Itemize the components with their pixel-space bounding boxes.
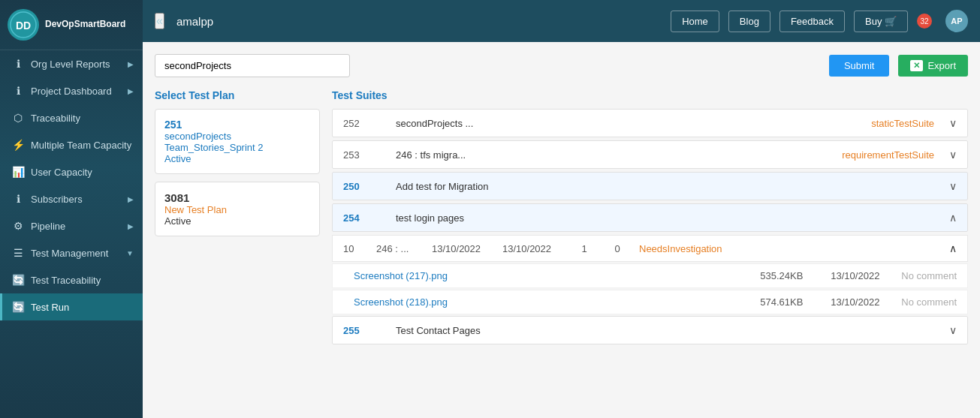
chevron-down-icon: ▼ xyxy=(126,249,134,257)
sidebar-item-label9: Test Traceability xyxy=(31,275,134,286)
topbar: « amalpp Home Blog Feedback Buy 🛒 32 AP xyxy=(143,0,980,42)
plan-id-1: 251 xyxy=(164,119,310,131)
test-plan-card-1[interactable]: 251 secondProjects Team_Stories_Sprint 2… xyxy=(155,109,320,174)
sidebar-item-label6: Subscribers xyxy=(31,194,122,205)
chevron-right-icon3: ▶ xyxy=(128,195,134,203)
attachment-size-2: 574.61KB xyxy=(760,296,820,308)
suite-row-250[interactable]: 250 Add test for Migration ∨ xyxy=(332,172,968,200)
suite-name-250: Add test for Migration xyxy=(396,181,919,192)
suite-row-253[interactable]: 253 246 : tfs migra... requirementTestSu… xyxy=(332,140,968,169)
sidebar-item-multiple-team-capacity[interactable]: ⚡ Multiple Team Capacity xyxy=(0,131,143,158)
plan-name-2: New Test Plan xyxy=(164,204,310,215)
chevron-icon-252[interactable]: ∨ xyxy=(949,117,957,129)
subscribers-icon: ℹ xyxy=(11,193,25,205)
chevron-right-icon2: ▶ xyxy=(128,87,134,95)
attachment-comment-1: No comment xyxy=(901,270,957,281)
avatar[interactable]: AP xyxy=(945,10,968,32)
sidebar-item-label5: User Capacity xyxy=(31,167,134,178)
chevron-icon-253[interactable]: ∨ xyxy=(949,149,957,161)
suite-id-253: 253 xyxy=(343,149,381,161)
attachment-row-2: Screenshot (218).png 574.61KB 13/10/2022… xyxy=(332,290,968,314)
buy-button[interactable]: Buy 🛒 xyxy=(854,11,908,32)
left-panel: Select Test Plan 251 secondProjects Team… xyxy=(155,89,320,406)
sidebar-logo: DD DevOpSmartBoard xyxy=(0,0,143,50)
suite-id-252: 252 xyxy=(343,118,381,129)
export-button[interactable]: ✕ Export xyxy=(898,55,968,77)
panels: Select Test Plan 251 secondProjects Team… xyxy=(155,89,968,406)
suite-id-250: 250 xyxy=(343,181,381,192)
suite-id-254: 254 xyxy=(343,212,381,224)
content-area: Submit ✕ Export Select Test Plan 251 sec… xyxy=(143,42,980,418)
attachment-row-1: Screenshot (217).png 535.24KB 13/10/2022… xyxy=(332,263,968,288)
sub-date2: 13/10/2022 xyxy=(502,243,562,254)
submit-button[interactable]: Submit xyxy=(829,55,889,77)
notification-badge: 32 xyxy=(917,14,932,29)
sub-count2: 0 xyxy=(606,243,629,254)
info-icon: ℹ xyxy=(11,58,25,70)
refresh-icon: 🔄 xyxy=(11,274,25,286)
right-panel: Test Suites 252 secondProjects ... stati… xyxy=(332,89,968,406)
sub-row-10: 10 246 : ... 13/10/2022 13/10/2022 1 0 N… xyxy=(332,235,968,262)
sidebar: DD DevOpSmartBoard ℹ Org Level Reports ▶… xyxy=(0,0,143,418)
search-row: Submit ✕ Export xyxy=(155,54,968,77)
chevron-icon-255[interactable]: ∨ xyxy=(949,324,957,336)
home-button[interactable]: Home xyxy=(671,11,719,32)
sidebar-item-user-capacity[interactable]: 📊 User Capacity xyxy=(0,158,143,185)
collapse-button[interactable]: « xyxy=(155,13,164,29)
plan-status-2: Active xyxy=(164,215,310,227)
test-management-icon: ☰ xyxy=(11,247,25,259)
attachment-name-1[interactable]: Screenshot (217).png xyxy=(354,270,749,281)
info-icon2: ℹ xyxy=(11,85,25,97)
sidebar-item-label10: Test Run xyxy=(31,302,134,313)
lightning-icon: ⚡ xyxy=(11,139,25,151)
chevron-icon-254[interactable]: ∧ xyxy=(949,212,957,224)
sidebar-item-test-traceability[interactable]: 🔄 Test Traceability xyxy=(0,266,143,293)
sub-status: NeedsInvestigation xyxy=(639,243,939,254)
attachment-size-1: 535.24KB xyxy=(760,270,820,281)
plan-id-2: 3081 xyxy=(164,191,310,204)
sidebar-item-test-run[interactable]: 🔄 Test Run xyxy=(0,293,143,320)
logo-icon: DD xyxy=(8,9,39,41)
sidebar-item-subscribers[interactable]: ℹ Subscribers ▶ xyxy=(0,185,143,212)
topbar-title: amalpp xyxy=(176,15,662,28)
plan-status-1: Active xyxy=(164,153,310,164)
suite-id-255: 255 xyxy=(343,325,381,336)
sidebar-item-org-level-reports[interactable]: ℹ Org Level Reports ▶ xyxy=(0,50,143,77)
svg-text:DD: DD xyxy=(16,20,31,32)
chart-icon: 📊 xyxy=(11,166,25,178)
plan-name-1: secondProjects xyxy=(164,131,310,142)
suite-type-253: requirementTestSuite xyxy=(842,149,934,161)
chevron-sub-icon[interactable]: ∧ xyxy=(949,242,957,254)
logo-text: DevOpSmartBoard xyxy=(45,19,125,31)
sub-id-ref: 246 : ... xyxy=(376,243,421,254)
attachment-date-2: 13/10/2022 xyxy=(831,296,891,308)
suite-name-253: 246 : tfs migra... xyxy=(396,149,827,161)
sidebar-item-traceability[interactable]: ⬡ Traceability xyxy=(0,104,143,131)
select-test-plan-title: Select Test Plan xyxy=(155,89,320,101)
sidebar-item-pipeline[interactable]: ⚙ Pipeline ▶ xyxy=(0,212,143,239)
suite-row-255[interactable]: 255 Test Contact Pages ∨ xyxy=(332,316,968,344)
search-input[interactable] xyxy=(155,54,350,77)
suite-name-254: test login pages xyxy=(396,212,919,224)
sidebar-item-test-management[interactable]: ☰ Test Management ▼ xyxy=(0,239,143,266)
attachment-name-2[interactable]: Screenshot (218).png xyxy=(354,296,749,308)
sub-date1: 13/10/2022 xyxy=(432,243,492,254)
blog-button[interactable]: Blog xyxy=(728,11,770,32)
feedback-button[interactable]: Feedback xyxy=(779,11,845,32)
suite-name-255: Test Contact Pages xyxy=(396,325,919,336)
suite-row-252[interactable]: 252 secondProjects ... staticTestSuite ∨ xyxy=(332,109,968,137)
suite-row-254[interactable]: 254 test login pages ∧ xyxy=(332,203,968,232)
refresh-icon2: 🔄 xyxy=(11,301,25,313)
sidebar-item-project-dashboard[interactable]: ℹ Project Dashboard ▶ xyxy=(0,77,143,104)
suite-type-252: staticTestSuite xyxy=(871,118,934,129)
suite-name-252: secondProjects ... xyxy=(396,118,856,129)
test-plan-card-2[interactable]: 3081 New Test Plan Active xyxy=(155,182,320,236)
test-suites-title: Test Suites xyxy=(332,89,968,101)
chevron-icon-250[interactable]: ∨ xyxy=(949,180,957,192)
sidebar-item-label3: Traceability xyxy=(31,113,134,124)
export-label: Export xyxy=(927,60,956,71)
sidebar-item-label2: Project Dashboard xyxy=(31,86,122,97)
sub-count1: 1 xyxy=(573,243,596,254)
sub-num: 10 xyxy=(343,243,366,254)
chevron-right-icon4: ▶ xyxy=(128,222,134,230)
